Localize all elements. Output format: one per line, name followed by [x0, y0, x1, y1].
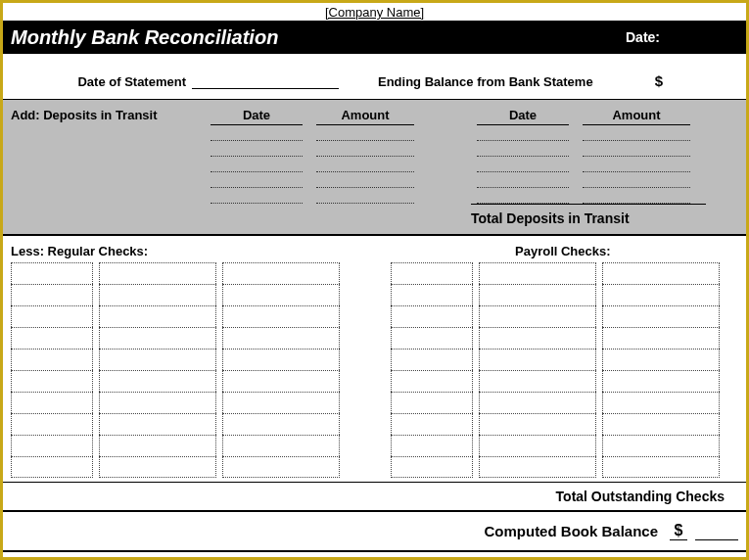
check-cell[interactable]	[391, 392, 473, 413]
computed-balance-input[interactable]	[695, 523, 738, 540]
check-cell[interactable]	[11, 413, 93, 435]
check-cell[interactable]	[11, 262, 93, 284]
check-cell[interactable]	[222, 284, 340, 305]
col-date-header: Date	[477, 106, 569, 125]
check-cell[interactable]	[391, 305, 473, 327]
check-cell[interactable]	[222, 456, 340, 478]
check-cell[interactable]	[602, 349, 720, 370]
col-amount-header: Amount	[583, 106, 690, 125]
check-cell[interactable]	[602, 413, 720, 435]
check-cell[interactable]	[391, 327, 473, 349]
add-deposits-label: Add: Deposits in Transit	[11, 106, 207, 122]
check-cell[interactable]	[222, 305, 340, 327]
check-cell[interactable]	[391, 262, 473, 284]
date-of-statement-input[interactable]	[192, 71, 339, 89]
deposit-amount-cell[interactable]	[583, 157, 690, 172]
check-cell[interactable]	[99, 370, 216, 392]
check-cell[interactable]	[11, 327, 93, 349]
check-cell[interactable]	[602, 305, 720, 327]
deposit-amount-cell[interactable]	[316, 141, 414, 157]
deposit-date-cell[interactable]	[477, 125, 569, 141]
computed-book-balance-label: Computed Book Balance	[484, 523, 662, 539]
check-cell[interactable]	[479, 284, 596, 305]
check-cell[interactable]	[479, 392, 596, 413]
check-cell[interactable]	[602, 435, 720, 456]
regular-checks-label: Less: Regular Checks:	[11, 244, 378, 258]
check-cell[interactable]	[11, 392, 93, 413]
deposit-date-cell[interactable]	[477, 141, 569, 157]
check-cell[interactable]	[11, 349, 93, 370]
total-deposits-label: Total Deposits in Transit	[471, 204, 706, 234]
check-cell[interactable]	[391, 435, 473, 456]
deposit-amount-cell[interactable]	[316, 125, 414, 141]
deposit-date-cell[interactable]	[211, 188, 303, 204]
check-cell[interactable]	[479, 435, 596, 456]
check-cell[interactable]	[99, 305, 216, 327]
deposit-amount-cell[interactable]	[316, 157, 414, 172]
check-cell[interactable]	[222, 327, 340, 349]
deposit-amount-cell[interactable]	[316, 188, 414, 204]
check-cell[interactable]	[391, 456, 473, 478]
check-cell[interactable]	[99, 413, 216, 435]
payroll-checks-label: Payroll Checks:	[515, 244, 611, 258]
check-cell[interactable]	[222, 262, 340, 284]
check-cell[interactable]	[99, 262, 216, 284]
dollar-sign: $	[670, 522, 687, 540]
check-cell[interactable]	[99, 456, 216, 478]
deposit-date-cell[interactable]	[211, 157, 303, 172]
check-cell[interactable]	[99, 349, 216, 370]
check-cell[interactable]	[602, 370, 720, 392]
check-cell[interactable]	[11, 435, 93, 456]
computed-book-balance-row: Computed Book Balance $	[3, 512, 746, 552]
deposit-amount-cell[interactable]	[583, 141, 690, 157]
checks-table	[11, 262, 738, 478]
check-cell[interactable]	[479, 370, 596, 392]
info-row: Date of Statement Ending Balance from Ba…	[3, 54, 746, 99]
check-cell[interactable]	[11, 456, 93, 478]
check-cell[interactable]	[11, 284, 93, 305]
check-cell[interactable]	[99, 284, 216, 305]
deposit-amount-cell[interactable]	[583, 125, 690, 141]
check-cell[interactable]	[602, 392, 720, 413]
check-cell[interactable]	[99, 327, 216, 349]
deposit-date-cell[interactable]	[211, 172, 303, 188]
check-cell[interactable]	[391, 370, 473, 392]
deposit-date-cell[interactable]	[211, 141, 303, 157]
total-outstanding-label: Total Outstanding Checks	[3, 482, 746, 512]
deposit-date-cell[interactable]	[211, 125, 303, 141]
check-cell[interactable]	[479, 305, 596, 327]
check-cell[interactable]	[222, 349, 340, 370]
check-cell[interactable]	[602, 456, 720, 478]
check-cell[interactable]	[479, 456, 596, 478]
check-cell[interactable]	[99, 392, 216, 413]
form-title: Monthly Bank Reconciliation	[11, 26, 626, 49]
check-cell[interactable]	[99, 435, 216, 456]
company-name: [Company Name]	[3, 3, 746, 21]
check-cell[interactable]	[222, 435, 340, 456]
check-cell[interactable]	[222, 370, 340, 392]
check-cell[interactable]	[391, 284, 473, 305]
check-cell[interactable]	[479, 262, 596, 284]
check-cell[interactable]	[479, 349, 596, 370]
check-cell[interactable]	[222, 392, 340, 413]
title-bar: Monthly Bank Reconciliation Date:	[3, 21, 746, 54]
ending-balance-label: Ending Balance from Bank Stateme	[378, 74, 647, 89]
check-cell[interactable]	[479, 413, 596, 435]
check-cell[interactable]	[391, 349, 473, 370]
check-cell[interactable]	[479, 327, 596, 349]
check-cell[interactable]	[222, 413, 340, 435]
check-cell[interactable]	[602, 284, 720, 305]
check-cell[interactable]	[602, 327, 720, 349]
deposit-amount-cell[interactable]	[583, 188, 690, 204]
deposit-date-cell[interactable]	[477, 157, 569, 172]
col-amount-header: Amount	[316, 106, 414, 125]
check-cell[interactable]	[11, 370, 93, 392]
check-cell[interactable]	[391, 413, 473, 435]
deposit-amount-cell[interactable]	[583, 172, 690, 188]
deposit-date-cell[interactable]	[477, 188, 569, 204]
deposit-date-cell[interactable]	[477, 172, 569, 188]
deposit-amount-cell[interactable]	[316, 172, 414, 188]
check-cell[interactable]	[602, 262, 720, 284]
check-cell[interactable]	[11, 305, 93, 327]
col-date-header: Date	[211, 106, 303, 125]
